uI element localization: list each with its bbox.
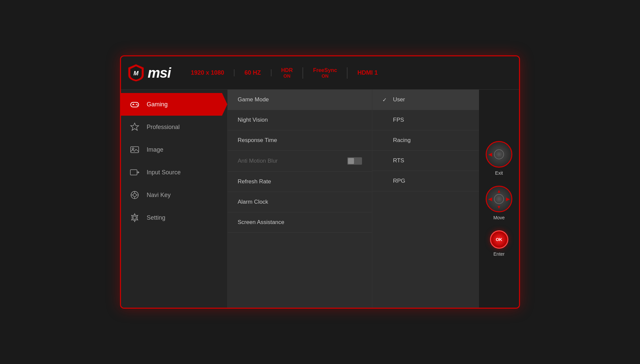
freesync-label: FreeSync	[313, 67, 337, 73]
menu-item-night-vision[interactable]: Night Vision	[228, 110, 372, 130]
svg-point-17	[133, 216, 136, 219]
move-dpad[interactable]: ▲ ▼ ◀ ▶	[486, 186, 512, 212]
game-mode-label: Game Mode	[238, 96, 269, 103]
enter-label: Enter	[493, 251, 504, 257]
sidebar-item-gaming[interactable]: Gaming	[121, 93, 227, 116]
sidebar-professional-label: Professional	[147, 124, 180, 131]
input-label: HDMI 1	[357, 69, 378, 76]
option-item-rpg[interactable]: RPG	[372, 171, 479, 191]
menu-item-screen-assistance[interactable]: Screen Assistance	[228, 212, 372, 233]
hdr-label: HDR	[281, 67, 293, 73]
rts-label: RTS	[393, 157, 404, 164]
svg-point-4	[136, 104, 137, 105]
sidebar-item-navi-key[interactable]: Navi Key	[121, 184, 227, 206]
sidebar-item-setting[interactable]: Setting	[121, 206, 227, 229]
sidebar-setting-label: Setting	[147, 214, 165, 221]
header-stats: 1920 x 1080 60 HZ HDR ON FreeSync ON HDM…	[181, 67, 512, 79]
move-center	[494, 194, 504, 204]
racing-label: Racing	[393, 137, 411, 144]
move-label: Move	[493, 215, 505, 220]
header: M msi 1920 x 1080 60 HZ HDR ON FreeSync …	[121, 56, 519, 90]
menu-item-refresh-rate[interactable]: Refresh Rate	[228, 172, 372, 192]
sidebar-image-label: Image	[147, 146, 163, 153]
logo-area: M msi	[128, 64, 181, 82]
rpg-label: RPG	[393, 178, 405, 184]
input-source-icon	[129, 167, 140, 178]
option-item-user[interactable]: ✓ User	[372, 90, 479, 110]
move-up-arrow-icon: ▲	[497, 188, 501, 194]
user-checkmark: ✓	[382, 97, 389, 103]
gaming-icon	[129, 99, 140, 110]
svg-point-8	[132, 148, 134, 150]
sidebar-navi-key-label: Navi Key	[147, 192, 171, 199]
night-vision-label: Night Vision	[238, 117, 268, 123]
refresh-rate-label: 60 HZ	[244, 69, 261, 76]
professional-icon	[129, 122, 140, 132]
header-input: HDMI 1	[347, 69, 388, 76]
move-down-arrow-icon: ▼	[497, 204, 501, 210]
toggle-knob	[348, 158, 354, 164]
exit-left-arrow-icon: ◀	[488, 152, 492, 157]
hdr-value: ON	[281, 73, 293, 79]
menu-item-game-mode[interactable]: Game Mode	[228, 90, 372, 110]
svg-rect-9	[130, 170, 137, 175]
svg-marker-6	[131, 123, 139, 130]
msi-brand-text: msi	[148, 65, 171, 81]
freesync-value: ON	[313, 73, 337, 79]
refresh-rate-menu-label: Refresh Rate	[238, 178, 271, 185]
sidebar: Gaming Professional Im	[121, 90, 228, 308]
header-resolution: 1920 x 1080	[181, 69, 234, 76]
fps-label: FPS	[393, 117, 404, 123]
svg-rect-7	[131, 147, 139, 153]
right-panel: ✓ User FPS Racing RTS RPG	[372, 90, 479, 308]
option-item-fps[interactable]: FPS	[372, 110, 479, 130]
response-time-label: Response Time	[238, 137, 277, 144]
move-right-arrow-icon: ▶	[506, 196, 510, 202]
enter-control-group: OK Enter	[490, 230, 508, 257]
resolution-label: 1920 x 1080	[191, 69, 224, 76]
menu-item-anti-motion-blur: Anti Motion Blur	[228, 151, 372, 172]
svg-point-12	[133, 193, 136, 197]
setting-icon	[129, 212, 140, 223]
exit-center	[494, 149, 504, 159]
anti-motion-blur-toggle[interactable]	[347, 157, 362, 165]
option-item-racing[interactable]: Racing	[372, 130, 479, 151]
sidebar-input-source-label: Input Source	[147, 169, 181, 176]
menu-item-alarm-clock[interactable]: Alarm Clock	[228, 192, 372, 212]
sidebar-item-input-source[interactable]: Input Source	[121, 161, 227, 184]
exit-dpad[interactable]: ◀	[486, 141, 512, 168]
image-icon	[129, 144, 140, 155]
screen-assistance-label: Screen Assistance	[238, 219, 284, 226]
exit-control-group: ◀ Exit	[486, 141, 512, 176]
sidebar-gaming-label: Gaming	[147, 101, 168, 108]
main-content: Gaming Professional Im	[121, 90, 519, 308]
move-dpad-container: ▲ ▼ ◀ ▶	[486, 186, 512, 212]
header-hdr: HDR ON	[271, 67, 303, 79]
controls-panel: ◀ Exit ▲ ▼ ◀ ▶ Move	[479, 90, 519, 308]
alarm-clock-label: Alarm Clock	[238, 199, 268, 205]
header-freesync: FreeSync ON	[303, 67, 347, 79]
enter-ok-button[interactable]: OK	[490, 230, 508, 249]
navi-key-icon	[129, 190, 140, 200]
ok-text: OK	[496, 237, 502, 242]
option-item-rts[interactable]: RTS	[372, 151, 479, 171]
msi-logo-icon: M	[128, 64, 144, 82]
middle-panel: Game Mode Night Vision Response Time Ant…	[228, 90, 372, 308]
user-label: User	[393, 96, 405, 103]
exit-label: Exit	[495, 170, 503, 176]
svg-point-5	[137, 105, 138, 106]
header-refresh-rate: 60 HZ	[234, 69, 271, 76]
move-left-arrow-icon: ◀	[488, 196, 492, 202]
svg-text:M: M	[134, 70, 139, 77]
sidebar-item-professional[interactable]: Professional	[121, 116, 227, 138]
monitor-frame: M msi 1920 x 1080 60 HZ HDR ON FreeSync …	[120, 55, 520, 309]
sidebar-item-image[interactable]: Image	[121, 138, 227, 161]
svg-rect-3	[132, 104, 134, 105]
menu-item-response-time[interactable]: Response Time	[228, 130, 372, 151]
move-control-group: ▲ ▼ ◀ ▶ Move	[486, 186, 512, 220]
anti-motion-blur-label: Anti Motion Blur	[238, 158, 278, 164]
